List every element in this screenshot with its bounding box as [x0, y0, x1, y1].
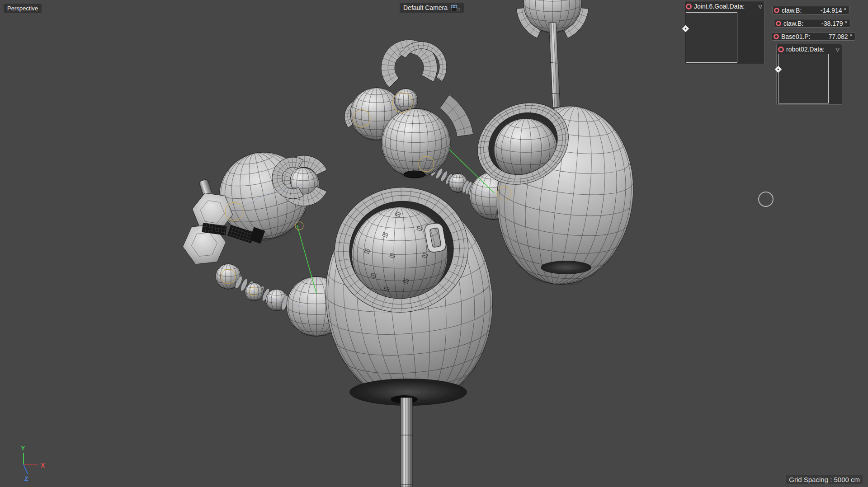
record-dot-icon[interactable] [774, 8, 779, 13]
hud-panel-robot02-data[interactable]: robot02.Data: ▽ [776, 44, 842, 105]
viewport-3d-scene[interactable] [0, 0, 868, 487]
hud-row-name: claw.B: [783, 20, 803, 27]
axis-y-label: Y [21, 445, 25, 452]
robot-left-arm[interactable] [183, 144, 346, 337]
hud-row-value: -14.914 ° [821, 7, 846, 14]
view-mode-label[interactable]: Perspective [4, 4, 42, 13]
record-dot-icon[interactable] [776, 21, 781, 26]
robot-body-center[interactable] [317, 177, 501, 487]
dropdown-triangle-icon[interactable]: ▽ [759, 4, 762, 9]
axis-x-label: X [41, 462, 45, 469]
record-dot-icon[interactable] [778, 47, 784, 52]
hud-panel-robot02-label: robot02.Data: [786, 46, 825, 53]
hud-value-row-claw-b-2[interactable]: claw.B: -38.179 ° [774, 19, 850, 28]
grid-spacing-label: Grid Spacing : 5000 cm [786, 475, 863, 484]
hud-value-row-base01-p[interactable]: Base01.P: 77.082 ° [772, 32, 855, 41]
axis-gizmo: Y X Z [13, 443, 56, 487]
3d-viewport[interactable]: Perspective Default Camera Joint.6.Goal.… [0, 0, 868, 487]
hud-row-name: claw.B: [782, 7, 802, 14]
record-dot-icon[interactable] [774, 34, 779, 39]
camera-icon [450, 5, 460, 11]
robot-top-pole[interactable] [516, 0, 588, 108]
camera-label[interactable]: Default Camera [400, 3, 464, 13]
record-dot-icon[interactable] [686, 4, 692, 9]
keyframe-box[interactable] [686, 12, 737, 63]
hud-row-name: Base01.P: [781, 33, 811, 40]
hud-row-value: -38.179 ° [821, 20, 847, 27]
hud-value-row-claw-b-1[interactable]: claw.B: -14.914 ° [772, 6, 849, 14]
camera-label-text: Default Camera [403, 4, 448, 11]
hud-panel-joint-goal[interactable]: Joint.6.Goal.Data: ▽ [684, 1, 765, 64]
axis-x-line [24, 464, 38, 465]
keyframe-diamond-icon[interactable] [775, 66, 782, 73]
keyframe-box[interactable] [778, 54, 829, 103]
axis-z-line [24, 464, 28, 474]
cursor-circle [758, 192, 774, 207]
dropdown-triangle-icon[interactable]: ▽ [836, 47, 840, 52]
axis-z-label: Z [24, 475, 28, 482]
hud-panel-joint-goal-label: Joint.6.Goal.Data: [694, 3, 745, 10]
hud-row-value: 77.082 ° [829, 33, 852, 40]
robot-head[interactable] [344, 40, 473, 178]
